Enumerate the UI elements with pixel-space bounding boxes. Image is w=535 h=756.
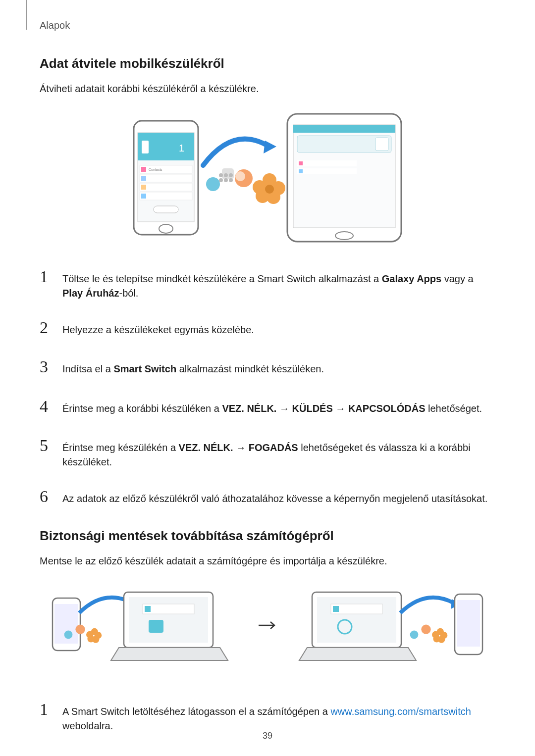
svg-text:Contacts: Contacts bbox=[149, 168, 162, 171]
svg-point-72 bbox=[433, 635, 440, 642]
step-number: 1 bbox=[40, 697, 53, 721]
section2-title: Biztonsági mentések továbbítása számítóg… bbox=[40, 528, 495, 544]
step-5: 5 Érintse meg készülékén a VEZ. NÉLK. → … bbox=[40, 433, 495, 469]
svg-point-26 bbox=[265, 185, 274, 194]
svg-rect-41 bbox=[299, 169, 303, 173]
step-3: 3 Indítsa el a Smart Switch alkalmazást … bbox=[40, 354, 495, 379]
svg-rect-11 bbox=[141, 185, 146, 190]
step-6: 6 Az adatok az előző készülékről való át… bbox=[40, 484, 495, 508]
svg-point-27 bbox=[219, 173, 223, 177]
svg-point-32 bbox=[229, 178, 233, 182]
illustration-laptops bbox=[40, 583, 495, 667]
svg-point-47 bbox=[75, 625, 85, 634]
svg-rect-3 bbox=[142, 141, 149, 153]
step-number: 6 bbox=[40, 484, 53, 508]
svg-point-52 bbox=[87, 635, 94, 642]
svg-point-29 bbox=[229, 173, 233, 177]
svg-point-46 bbox=[64, 631, 73, 639]
svg-rect-74 bbox=[457, 600, 480, 647]
smartswitch-link[interactable]: www.samsung.com/smartswitch bbox=[330, 706, 471, 717]
step-number: 1 bbox=[40, 264, 53, 289]
page-number: 39 bbox=[0, 731, 535, 741]
section2-intro: Mentse le az előző készülék adatait a sz… bbox=[40, 554, 495, 568]
illustration-devices: 1 Contacts bbox=[40, 111, 495, 245]
svg-marker-16 bbox=[264, 141, 276, 153]
svg-point-20 bbox=[235, 171, 245, 181]
svg-point-67 bbox=[421, 625, 430, 634]
step-1: 1 A Smart Switch letöltéséhez látogasson… bbox=[40, 697, 495, 733]
section1-title: Adat átvitele mobilkészülékről bbox=[40, 56, 495, 71]
svg-rect-14 bbox=[154, 206, 178, 213]
step-number: 2 bbox=[40, 315, 53, 340]
section1-steps: 1 Töltse le és telepítse mindkét készülé… bbox=[40, 264, 495, 508]
chapter-label: Alapok bbox=[40, 20, 495, 31]
svg-point-17 bbox=[206, 177, 220, 191]
svg-rect-57 bbox=[145, 606, 151, 612]
svg-rect-63 bbox=[333, 606, 339, 612]
svg-rect-13 bbox=[141, 194, 146, 199]
svg-point-30 bbox=[219, 178, 223, 182]
svg-rect-39 bbox=[299, 161, 303, 165]
svg-rect-35 bbox=[293, 125, 395, 133]
svg-rect-38 bbox=[297, 160, 357, 166]
svg-rect-5 bbox=[140, 165, 192, 173]
svg-rect-37 bbox=[375, 138, 388, 151]
step-number: 3 bbox=[40, 354, 53, 379]
svg-point-28 bbox=[224, 173, 228, 177]
svg-rect-6 bbox=[141, 167, 146, 172]
step-1: 1 Töltse le és telepítse mindkét készülé… bbox=[40, 264, 495, 301]
step-2: 2 Helyezze a készülékeket egymás közeléb… bbox=[40, 315, 495, 340]
arrow-right-icon bbox=[258, 620, 277, 630]
step-number: 5 bbox=[40, 433, 53, 457]
svg-rect-8 bbox=[140, 174, 192, 182]
svg-rect-12 bbox=[140, 192, 192, 200]
svg-text:1: 1 bbox=[179, 143, 184, 153]
svg-rect-40 bbox=[297, 168, 357, 174]
step-4: 4 Érintse meg a korábbi készüléken a VEZ… bbox=[40, 394, 495, 418]
svg-point-31 bbox=[224, 178, 228, 182]
svg-rect-10 bbox=[140, 183, 192, 191]
step-number: 4 bbox=[40, 394, 53, 418]
svg-rect-58 bbox=[149, 620, 163, 633]
svg-point-66 bbox=[410, 631, 419, 639]
section1-intro: Átviheti adatait korábbi készülékéről a … bbox=[40, 81, 495, 96]
section2-steps: 1 A Smart Switch letöltéséhez látogasson… bbox=[40, 697, 495, 733]
svg-rect-9 bbox=[141, 176, 146, 181]
